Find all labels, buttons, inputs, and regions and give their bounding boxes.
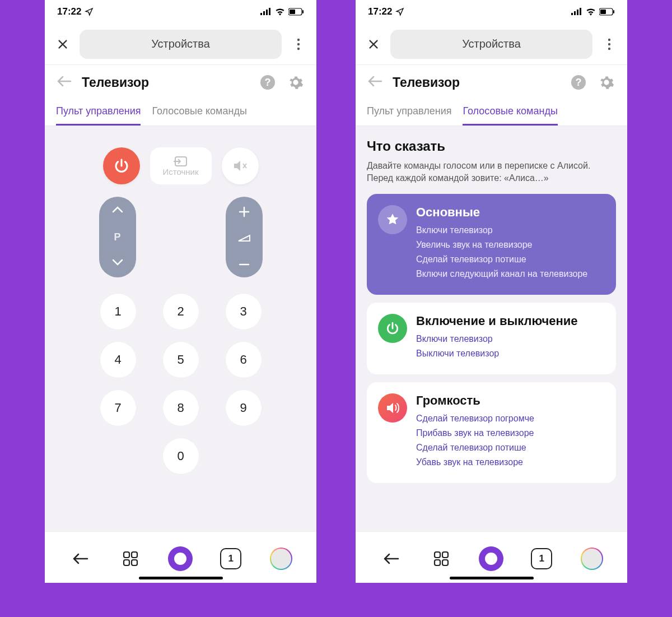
tab-remote[interactable]: Пульт управления [56,100,141,126]
status-time: 17:22 [368,6,392,17]
remote-content: Источник P 1 2 3 4 5 6 7 [45,126,316,531]
svg-rect-5 [290,10,295,14]
more-menu-button[interactable] [599,34,619,54]
card-title: Громкость [416,393,605,408]
nav-tabs-button[interactable]: 1 [529,546,554,571]
volume-up-button[interactable] [238,206,250,220]
volume-icon [237,234,251,244]
numpad-6[interactable]: 6 [225,341,262,378]
nav-alice-button[interactable] [479,546,503,571]
settings-button[interactable] [286,73,305,92]
svg-rect-32 [442,560,448,565]
voice-command: Сделай телевизор потише [416,443,605,453]
numpad-0[interactable]: 0 [162,438,199,475]
screen-title-pill[interactable]: Устройства [80,30,282,59]
bottom-nav: 1 [45,531,316,583]
numpad-3[interactable]: 3 [225,293,262,330]
help-button[interactable]: ? [258,73,277,92]
svg-rect-16 [132,560,137,565]
nav-apps-button[interactable] [429,546,454,571]
voice-command: Прибавь звук на телевизоре [416,428,605,438]
alice-icon [174,553,186,565]
source-button[interactable]: Источник [150,147,212,184]
numpad-7[interactable]: 7 [100,389,137,426]
phone-voice: 17:22 Устройства [356,0,627,583]
status-time: 17:22 [57,6,81,17]
tab-remote[interactable]: Пульт управления [367,100,451,126]
nav-back-button[interactable] [379,546,403,571]
mute-button[interactable] [222,147,259,184]
close-button[interactable] [53,34,73,54]
location-arrow-icon [85,7,94,16]
nav-alice-button[interactable] [168,546,193,571]
card-title: Включение и выключение [416,314,605,328]
nav-back-button[interactable] [68,546,92,571]
channel-down-button[interactable] [112,258,123,268]
channel-up-button[interactable] [112,206,123,216]
nav-profile-button[interactable] [269,546,293,571]
card-title: Основные [416,205,605,220]
numpad-9[interactable]: 9 [225,389,262,426]
svg-rect-30 [442,552,448,558]
more-menu-button[interactable] [288,34,309,54]
numpad-5[interactable]: 5 [162,341,199,378]
bottom-nav: 1 [356,531,627,583]
power-button[interactable] [103,147,140,184]
home-indicator[interactable] [139,577,223,579]
voice-subtext: Давайте команды голосом или в переписке … [367,160,616,184]
nav-tabs-button[interactable]: 1 [218,546,243,571]
wifi-icon [275,8,285,16]
svg-rect-23 [613,10,614,13]
card-list: Сделай телевизор погромче Прибавь звук н… [416,414,605,467]
voice-command: Включи следующий канал на телевизоре [416,269,605,279]
settings-button[interactable] [597,73,616,92]
numpad-8[interactable]: 8 [162,389,199,426]
card-list: Включи телевизор Выключи телевизор [416,334,605,359]
svg-rect-1 [263,11,265,15]
svg-point-8 [297,43,300,45]
nav-profile-button[interactable] [580,546,604,571]
star-icon [378,205,407,234]
home-indicator[interactable] [450,577,534,579]
voice-card-main[interactable]: Основные Включи телевизор Увеличь звук н… [367,194,616,295]
input-source-icon [174,156,188,167]
svg-rect-15 [124,560,129,565]
volume-rocker [226,197,263,277]
speaker-icon [378,393,407,423]
svg-rect-22 [600,10,606,14]
voice-command: Сделай телевизор погромче [416,414,605,424]
screen-title-pill[interactable]: Устройства [390,30,592,59]
svg-point-9 [297,47,300,49]
numpad-4[interactable]: 4 [100,341,137,378]
cellular-signal-icon [571,8,582,16]
tab-voice[interactable]: Голосовые команды [463,100,557,126]
numpad-1[interactable]: 1 [100,293,137,330]
device-header: Телевизор ? [45,65,316,100]
channel-rocker: P [99,197,136,277]
svg-rect-19 [577,10,578,15]
voice-command: Увеличь звук на телевизоре [416,240,605,250]
voice-content: Что сказать Давайте команды голосом или … [356,126,627,531]
svg-text:?: ? [576,77,582,88]
svg-rect-17 [571,13,573,15]
power-icon [378,314,407,343]
svg-point-26 [608,47,610,49]
svg-text:?: ? [265,77,271,88]
device-title: Телевизор [393,75,560,90]
numpad-2[interactable]: 2 [162,293,199,330]
voice-heading: Что сказать [367,138,616,154]
voice-command: Включи телевизор [416,334,605,344]
channel-label: P [114,231,120,243]
voice-card-volume[interactable]: Громкость Сделай телевизор погромче Приб… [367,382,616,483]
voice-card-power[interactable]: Включение и выключение Включи телевизор … [367,303,616,374]
back-button[interactable] [56,76,73,89]
tabs: Пульт управления Голосовые команды [356,100,627,126]
help-button[interactable]: ? [569,73,588,92]
volume-down-button[interactable] [238,258,250,268]
nav-apps-button[interactable] [118,546,143,571]
close-button[interactable] [363,34,384,54]
svg-rect-29 [435,552,440,558]
tab-voice[interactable]: Голосовые команды [152,100,246,126]
back-button[interactable] [367,76,384,89]
avatar-icon [581,548,603,570]
